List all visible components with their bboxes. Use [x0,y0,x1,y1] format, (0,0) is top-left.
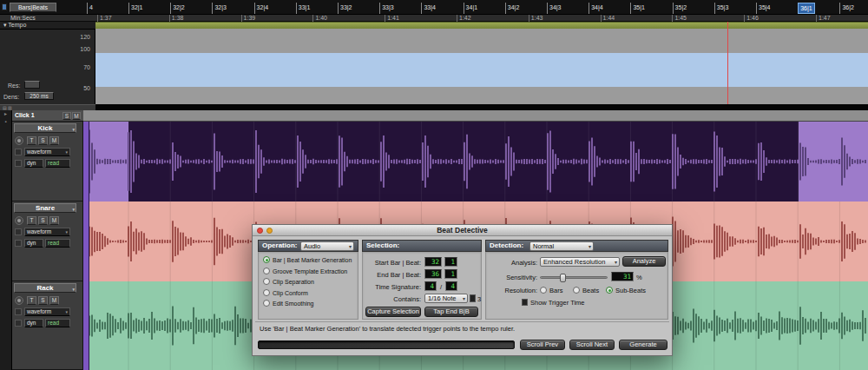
start-bar-field[interactable]: 32 [424,257,442,267]
operation-option-3[interactable]: Clip Conform [263,289,308,296]
bar-tick[interactable]: 33|2 [338,3,354,14]
bar-tick[interactable]: 32|2 [170,3,187,14]
min-sec-tick[interactable]: 1:46 [744,15,759,22]
end-bar-field[interactable]: 36 [424,269,442,279]
min-sec-tick[interactable]: 1:41 [385,15,399,22]
minimize-icon[interactable] [266,228,273,234]
track-view-selector[interactable]: waveform▾ [24,148,70,156]
min-sec-tick[interactable]: 1:40 [312,15,327,22]
operation-option-0[interactable]: Bar | Beat Marker Generation [263,256,352,263]
close-icon[interactable] [257,228,263,234]
track-m-button[interactable]: M [49,216,59,225]
capture-selection-button[interactable]: Capture Selection [365,307,421,317]
automation-mode-selector[interactable]: dyn [24,319,43,327]
min-sec-tick[interactable]: 1:42 [457,15,471,22]
sensitivity-slider[interactable] [540,276,608,279]
tempo-res-value-box[interactable] [24,81,40,89]
bar-tick[interactable]: 32|4 [254,3,271,14]
bar-tick[interactable]: 36|1 [798,3,815,14]
generate-button[interactable]: Generate [619,340,667,350]
min-sec-tick[interactable]: 1:47 [816,15,831,22]
contains-dropdown[interactable]: 1/16 Note [424,294,468,303]
track-name[interactable]: Snare▾ [14,203,76,213]
time-signature-denominator[interactable]: 4 [445,281,457,291]
analysis-dropdown[interactable]: Enhanced Resolution [540,257,620,267]
tempo-density-value[interactable]: 250 ms [24,92,54,100]
tap-end-bb-button[interactable]: Tap End B|B [424,307,478,317]
automation-icon[interactable] [15,240,22,247]
resolution-option-beats[interactable]: Beats [573,287,599,294]
bar-tick[interactable]: 34|3 [547,3,563,14]
min-sec-tick[interactable]: 1:38 [169,15,184,22]
mute-button[interactable]: M [72,112,81,120]
automation-mode-selector[interactable]: dyn [24,159,43,168]
resolution-option-bars[interactable]: Bars [540,287,562,294]
operation-dropdown[interactable]: Audio [300,241,354,251]
track-m-button[interactable]: M [49,136,59,145]
bar-tick[interactable]: 34|1 [464,3,480,14]
track-view-icon[interactable] [15,308,22,315]
track-t-button[interactable]: T [27,296,36,305]
track-s-button[interactable]: S [38,136,48,145]
track-header-kick[interactable]: Kick▾TSMwaveform▾dynread [12,122,83,202]
track-s-button[interactable]: S [38,296,48,305]
track-t-button[interactable]: T [27,216,36,225]
track-m-button[interactable]: M [49,296,59,305]
tempo-editor-lane[interactable] [95,29,868,104]
automation-read-selector[interactable]: read [45,159,70,168]
min-sec-tick[interactable]: 1:45 [672,15,687,22]
operation-option-2[interactable]: Clip Separation [263,278,314,285]
track-header-rack[interactable]: Rack▾TSMwaveform▾dynread [12,281,83,370]
ruler-mini-toolbar[interactable]: ▤ ▥ [0,104,95,110]
track-name[interactable]: Click 1 [15,112,35,118]
time-signature-numerator[interactable]: 4 [424,281,437,291]
min-sec-tick[interactable]: 1:39 [241,15,256,22]
track-view-selector[interactable]: waveform▾ [24,228,70,236]
automation-read-selector[interactable]: read [45,319,70,327]
min-sec-tick[interactable]: 1:44 [601,15,615,22]
track-view-icon[interactable] [15,149,22,155]
detection-mode-dropdown[interactable]: Normal [529,241,594,251]
sensitivity-field[interactable]: 31 [611,272,634,281]
bar-tick[interactable]: 33|1 [296,3,312,14]
bar-tick[interactable]: 36|2 [839,3,856,14]
record-enable-button[interactable] [15,136,23,145]
track-view-selector[interactable]: waveform▾ [24,307,70,316]
tempo-ruler-strip[interactable] [95,22,868,29]
start-beat-field[interactable]: 1 [444,257,457,267]
scroll-next-button[interactable]: Scroll Next [569,340,615,350]
sensitivity-slider-thumb[interactable] [560,274,566,282]
track-name[interactable]: Kick▾ [14,123,76,133]
bar-tick[interactable]: 34|2 [505,3,522,14]
automation-icon[interactable] [15,320,22,327]
bar-tick[interactable]: 4 [87,3,95,14]
bar-tick[interactable]: 35|3 [714,3,731,14]
min-sec-tick[interactable]: 1:43 [529,15,543,22]
record-enable-button[interactable] [15,216,23,225]
track-t-button[interactable]: T [27,136,36,145]
analyze-button[interactable]: Analyze [622,256,666,267]
solo-button[interactable]: S [62,112,71,120]
track-lane-kick[interactable] [89,122,868,202]
track-s-button[interactable]: S [38,216,48,225]
operation-option-1[interactable]: Groove Template Extraction [263,268,347,274]
bars-beats-ruler[interactable]: Bars|Beats 432|132|232|332|433|133|233|3… [0,0,868,15]
track-header-snare[interactable]: Snare▾TSMwaveform▾dynread [12,202,83,281]
bar-tick[interactable]: 35|1 [630,3,647,14]
automation-mode-selector[interactable]: dyn [24,239,43,248]
bar-tick[interactable]: 32|3 [212,3,228,14]
show-trigger-time-checkbox[interactable]: Show Trigger Time [522,299,585,307]
track-view-icon[interactable] [15,228,22,235]
resolution-option-sub-beats[interactable]: Sub-Beats [606,287,646,294]
tempo-ruler[interactable]: ▾ Tempo [0,22,868,29]
record-enable-button[interactable] [15,296,23,305]
bar-tick[interactable]: 34|4 [589,3,605,14]
bars-beats-ruler-label[interactable]: Bars|Beats [10,3,56,12]
automation-icon[interactable] [15,160,22,167]
min-sec-tick[interactable]: 1:37 [97,15,112,22]
bar-tick[interactable]: 33|3 [379,3,396,14]
track-header-click[interactable]: Click 1 S M [12,110,83,122]
bar-tick[interactable]: 33|4 [421,3,437,14]
bar-tick[interactable]: 32|1 [128,3,145,14]
track-name[interactable]: Rack▾ [14,283,76,293]
